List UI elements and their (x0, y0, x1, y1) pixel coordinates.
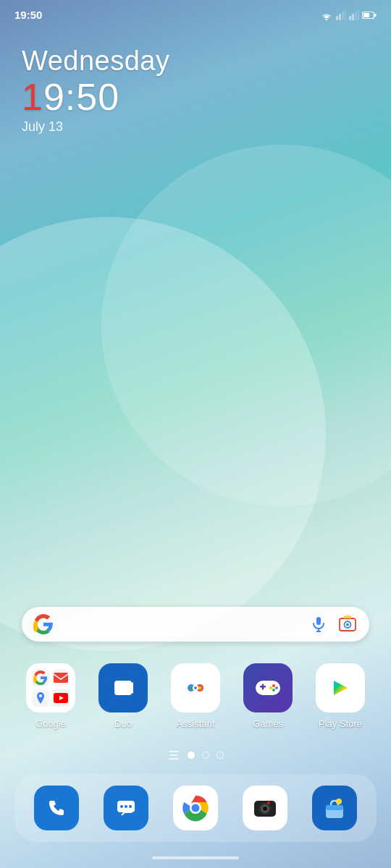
phone-icon (34, 786, 79, 830)
app-games[interactable]: Games (236, 663, 300, 729)
svg-point-47 (192, 804, 200, 812)
dock-wallet[interactable] (312, 786, 357, 830)
svg-rect-12 (316, 617, 321, 625)
svg-rect-8 (358, 10, 359, 20)
youtube-folder-icon (52, 689, 70, 707)
dock-chrome[interactable] (173, 786, 218, 830)
svg-point-17 (346, 624, 349, 626)
maps-folder-icon (32, 689, 49, 707)
svg-point-39 (272, 689, 275, 692)
svg-rect-4 (345, 10, 346, 20)
svg-point-44 (129, 805, 132, 808)
wifi-icon (320, 10, 333, 20)
chrome-icon (173, 786, 218, 830)
page-indicator-3[interactable] (216, 752, 224, 759)
app-google-folder[interactable]: Google (19, 663, 83, 729)
microphone-icon[interactable] (308, 614, 329, 634)
svg-rect-3 (342, 12, 344, 20)
camera-icon (243, 786, 287, 830)
svg-rect-35 (262, 684, 264, 690)
app-grid-row: Google Duo (14, 663, 377, 729)
date-label: July 13 (22, 119, 369, 135)
assistant-icon (171, 663, 220, 712)
playstore-icon (316, 663, 365, 712)
search-bar[interactable] (22, 607, 369, 642)
svg-rect-6 (352, 14, 354, 20)
games-label: Games (253, 718, 283, 729)
page-indicator-1[interactable] (188, 752, 195, 759)
playstore-label: Play Store (319, 718, 362, 729)
duo-label: Duo (114, 718, 132, 729)
google-g-folder-icon (32, 669, 49, 686)
google-folder-label: Google (35, 718, 66, 729)
page-indicator-2[interactable] (202, 752, 209, 759)
svg-rect-1 (336, 16, 338, 20)
svg-point-51 (263, 807, 267, 811)
wallet-icon (312, 786, 357, 830)
svg-point-37 (275, 686, 278, 689)
svg-point-43 (125, 805, 127, 808)
svg-rect-18 (345, 616, 350, 619)
time-rest: 9:50 (43, 76, 119, 118)
svg-rect-7 (355, 12, 357, 20)
time-red-digit: 1 (22, 76, 43, 118)
dock-phone[interactable] (34, 786, 79, 830)
gmail-folder-icon (52, 669, 70, 686)
svg-rect-5 (349, 16, 351, 20)
google-g-icon (33, 614, 54, 634)
page-indicators (0, 744, 391, 774)
time-label: 19:50 (22, 77, 369, 118)
clock-area: Wednesday 19:50 July 13 (0, 24, 391, 142)
messages-icon (104, 786, 148, 830)
duo-icon (98, 663, 148, 712)
svg-point-30 (198, 686, 202, 690)
home-bar (152, 856, 239, 859)
camera-search-icon[interactable] (337, 614, 358, 634)
status-time: 19:50 (14, 9, 42, 21)
search-bar-container (0, 607, 391, 663)
app-grid: Google Duo (0, 663, 391, 744)
svg-point-20 (39, 694, 42, 697)
dock-messages[interactable] (104, 786, 148, 830)
svg-point-42 (120, 805, 123, 808)
svg-rect-11 (363, 13, 369, 17)
page-indicator-applist[interactable] (167, 751, 180, 760)
svg-rect-55 (326, 805, 343, 810)
home-indicator (0, 856, 391, 868)
dock (14, 774, 377, 842)
svg-point-36 (272, 684, 275, 687)
svg-point-29 (190, 686, 193, 690)
svg-point-0 (326, 18, 327, 20)
day-label: Wednesday (22, 46, 369, 77)
games-icon (243, 663, 293, 712)
status-bar: 19:50 (0, 0, 391, 24)
app-assistant[interactable]: Assistant (164, 663, 227, 729)
svg-point-38 (269, 686, 272, 689)
search-right-icons (308, 614, 358, 634)
app-duo[interactable]: Duo (91, 663, 155, 729)
app-playstore[interactable]: Play Store (308, 663, 372, 729)
dock-camera[interactable] (243, 786, 287, 830)
signal1-icon (336, 10, 346, 20)
assistant-label: Assistant (177, 718, 215, 729)
google-folder-icon (26, 663, 75, 712)
battery-icon (362, 11, 377, 20)
svg-point-54 (336, 799, 342, 804)
signal2-icon (349, 10, 359, 20)
svg-rect-19 (54, 673, 68, 683)
svg-point-32 (194, 686, 197, 689)
svg-rect-2 (339, 14, 341, 20)
svg-rect-10 (374, 14, 377, 17)
svg-point-52 (267, 801, 270, 804)
status-icons (320, 10, 377, 20)
